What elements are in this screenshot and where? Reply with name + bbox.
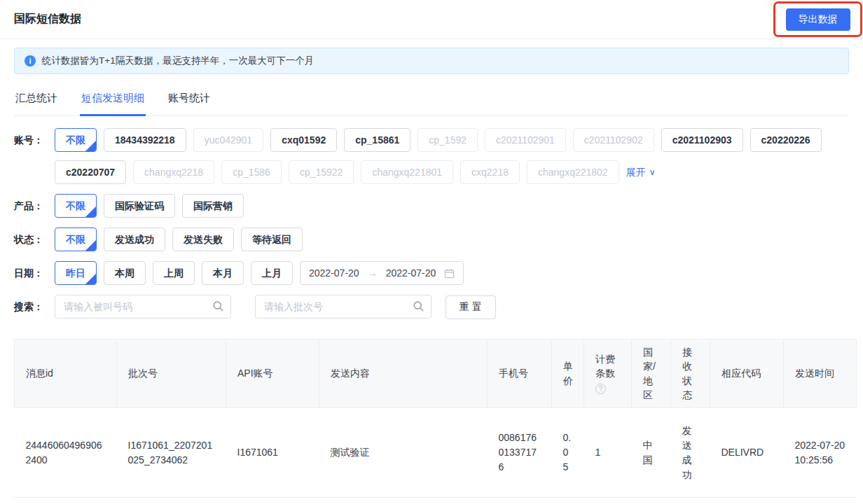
calendar-icon (444, 268, 455, 279)
filter-chip[interactable]: 昨日✓ (55, 261, 97, 285)
search-filter-label: 搜索： (14, 295, 55, 318)
column-header-label: 消息id (26, 366, 105, 380)
export-data-button[interactable]: 导出数据 (786, 8, 850, 31)
notice-text: 统计数据皆为T+1隔天数据，最远支持半年，一次最大可下一个月 (42, 55, 314, 67)
info-icon: i (25, 55, 36, 66)
tab-summary[interactable]: 汇总统计 (14, 85, 59, 116)
column-header: 发送时间 (784, 340, 857, 408)
filter-row-account: 账号： 不限✓18434392218yuc042901cxq01592cp_15… (14, 128, 849, 192)
page-title: 国际短信数据 (14, 12, 81, 27)
filter-chip[interactable]: 发送失败 (172, 227, 234, 251)
filter-chip[interactable]: 本周 (104, 261, 146, 285)
filters-panel: 账号： 不限✓18434392218yuc042901cxq01592cp_15… (14, 128, 849, 319)
expand-label: 展开 (626, 160, 646, 184)
table-row: 244460604969062400I1671061_2207201025_27… (15, 408, 857, 498)
account-chip-row: 不限✓18434392218yuc042901cxq01592cp_15861c… (55, 128, 849, 160)
filter-chip: cp_15922 (289, 160, 354, 184)
filter-chip[interactable]: 本月 (202, 261, 244, 285)
chevron-down-icon: ∨ (649, 160, 656, 184)
filter-chip: c2021102902 (573, 128, 654, 152)
search-icon (212, 300, 224, 312)
filter-chip[interactable]: 国际营销 (182, 194, 244, 218)
page-content: i 统计数据皆为T+1隔天数据，最远支持半年，一次最大可下一个月 汇总统计短信发… (0, 48, 863, 504)
batch-search-field (255, 295, 432, 318)
table-cell: I1671061_2207201025_2734062 (117, 408, 226, 498)
column-header-label: 相应代码 (722, 366, 772, 380)
phone-search-field (55, 295, 231, 318)
column-header-label: 接收状态 (682, 345, 698, 402)
table-cell: 244460604969062400 (15, 408, 117, 498)
table-header-row: 消息id批次号API账号发送内容手机号单价计费条数?国家/地区接收状态相应代码发… (15, 340, 857, 408)
table-cell: 1 (584, 408, 632, 498)
search-controls: 重置 (55, 295, 496, 319)
help-icon[interactable]: ? (595, 384, 606, 394)
column-header: 手机号 (488, 340, 552, 408)
filter-chip: changxq221801 (361, 160, 453, 184)
column-header: 单价 (552, 340, 584, 408)
date-filter-label: 日期： (14, 261, 55, 285)
sms-detail-table: 消息id批次号API账号发送内容手机号单价计费条数?国家/地区接收状态相应代码发… (14, 339, 857, 498)
column-header-label: 计费条数 (595, 352, 620, 381)
selected-corner-icon (85, 206, 97, 218)
filter-chip: yuc042901 (193, 128, 264, 152)
product-filter-label: 产品： (14, 194, 55, 218)
filter-chip[interactable]: 不限✓ (55, 194, 97, 218)
table-cell: 测试验证 (319, 408, 488, 498)
filter-chip[interactable]: c2021102903 (661, 128, 743, 152)
date-chips-area: 昨日✓本周上周本月上月 2022-07-20 → 2022-07-20 (55, 261, 849, 293)
tabs-bar: 汇总统计短信发送明细账号统计 (14, 85, 849, 116)
table-cell: 发送成功 (671, 408, 710, 498)
page-header: 国际短信数据 导出数据 (0, 0, 863, 39)
notice-banner: i 统计数据皆为T+1隔天数据，最远支持半年，一次最大可下一个月 (14, 48, 849, 74)
filter-chip[interactable]: 国际验证码 (104, 194, 175, 218)
filter-row-product: 产品： 不限✓国际验证码国际营销 (14, 194, 849, 226)
column-header-label: 批次号 (128, 366, 214, 380)
column-header-label: 发送内容 (331, 366, 476, 380)
date-range-picker[interactable]: 2022-07-20 → 2022-07-20 (300, 261, 464, 285)
sms-detail-table-wrap: 消息id批次号API账号发送内容手机号单价计费条数?国家/地区接收状态相应代码发… (14, 339, 857, 498)
selected-corner-icon (85, 273, 97, 285)
filter-chip[interactable]: cp_15861 (344, 128, 410, 152)
column-header: 批次号 (117, 340, 226, 408)
filter-chip[interactable]: 发送成功 (104, 227, 165, 251)
filter-chip: changxq221802 (527, 160, 619, 184)
filter-chip[interactable]: 上月 (251, 261, 293, 285)
table-cell: I1671061 (226, 408, 319, 498)
filter-row-search: 搜索： (14, 295, 849, 319)
phone-search-input[interactable] (55, 295, 231, 318)
filter-chip[interactable]: 上周 (153, 261, 195, 285)
account-chip-row: c20220707changxq2218cp_1586cp_15922chang… (55, 160, 849, 192)
filter-chip: c2021102901 (485, 128, 566, 152)
filter-chip[interactable]: 不限✓ (55, 128, 97, 152)
column-header-label: 单价 (563, 359, 572, 388)
reset-button[interactable]: 重置 (446, 295, 496, 319)
column-header-label: 国家/地区 (643, 345, 659, 402)
product-chips: 不限✓国际验证码国际营销 (55, 194, 849, 226)
column-header: 国家/地区 (632, 340, 671, 408)
column-header-label: API账号 (237, 366, 308, 380)
table-cell: 中国 (632, 408, 671, 498)
filter-chip: cp_1592 (417, 128, 478, 152)
table-cell: DELIVRD (710, 408, 784, 498)
filter-chip[interactable]: 等待返回 (241, 227, 303, 251)
filter-chip[interactable]: 不限✓ (55, 227, 97, 251)
date-range-end: 2022-07-20 (386, 267, 436, 279)
account-chips: 不限✓18434392218yuc042901cxq01592cp_15861c… (55, 128, 849, 192)
filter-chip[interactable]: c20220707 (55, 160, 126, 184)
selected-corner-icon (85, 239, 97, 251)
filter-chip[interactable]: c20220226 (750, 128, 822, 152)
table-cell: 0.05 (552, 408, 584, 498)
filter-chip: changxq2218 (133, 160, 214, 184)
filter-chip: cxq2218 (460, 160, 520, 184)
batch-search-input[interactable] (255, 295, 432, 318)
tab-send-detail[interactable]: 短信发送明细 (80, 85, 146, 116)
expand-toggle[interactable]: 展开∨ (626, 160, 656, 184)
filter-chip[interactable]: cxq01592 (270, 128, 337, 152)
tab-account-stats[interactable]: 账号统计 (167, 85, 212, 116)
search-icon (413, 300, 424, 312)
column-header: API账号 (226, 340, 319, 408)
filter-chip[interactable]: 18434392218 (104, 128, 186, 152)
filter-chip: cp_1586 (221, 160, 282, 184)
column-header: 相应代码 (710, 340, 784, 408)
arrow-right-icon: → (368, 267, 378, 279)
